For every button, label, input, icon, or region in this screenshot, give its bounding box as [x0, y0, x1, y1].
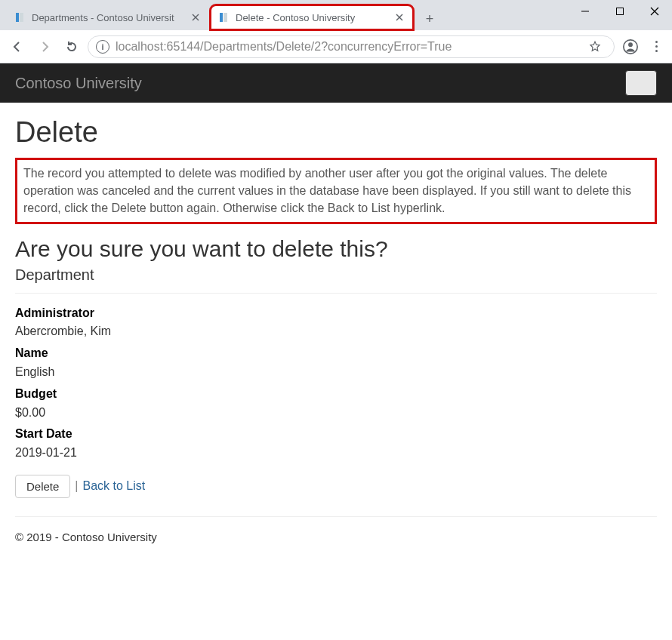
details-list: Administrator Abercrombie, Kim Name Engl…: [15, 304, 657, 463]
concurrency-error-message: The record you attempted to delete was m…: [15, 158, 657, 224]
maximize-button[interactable]: [603, 0, 637, 23]
window-controls: [568, 0, 672, 23]
separator: |: [75, 479, 78, 493]
bookmark-icon[interactable]: [584, 35, 606, 58]
svg-rect-1: [20, 13, 23, 22]
name-label: Name: [15, 344, 657, 363]
startdate-label: Start Date: [15, 425, 657, 444]
confirm-heading: Are you sure you want to delete this?: [15, 236, 657, 262]
footer-text: © 2019 - Contoso University: [15, 531, 657, 543]
startdate-value: 2019-01-21: [15, 444, 657, 463]
reload-button[interactable]: [60, 35, 83, 58]
forward-button[interactable]: [33, 35, 56, 58]
delete-button[interactable]: Delete: [15, 475, 70, 498]
minimize-button[interactable]: [568, 0, 603, 23]
tab-title: Delete - Contoso University: [236, 12, 393, 23]
name-value: English: [15, 363, 657, 382]
url-input[interactable]: [116, 40, 578, 54]
svg-rect-5: [223, 13, 227, 22]
budget-label: Budget: [15, 385, 657, 404]
svg-point-13: [628, 42, 633, 47]
site-info-icon[interactable]: i: [96, 40, 109, 54]
back-button[interactable]: [6, 35, 29, 58]
brand-link[interactable]: Contoso University: [15, 75, 142, 92]
close-icon[interactable]: [393, 11, 406, 24]
actions-row: Delete | Back to List: [15, 475, 657, 498]
divider: [15, 293, 657, 294]
back-to-list-link[interactable]: Back to List: [83, 479, 146, 493]
entity-heading: Department: [15, 266, 657, 284]
menu-icon[interactable]: [646, 41, 666, 52]
svg-rect-0: [16, 13, 19, 22]
tabs-row: Departments - Contoso Universit Delete -…: [6, 3, 441, 30]
close-window-button[interactable]: [637, 0, 672, 23]
new-tab-button[interactable]: +: [418, 8, 441, 30]
page-content: Delete The record you attempted to delet…: [0, 103, 672, 558]
nav-toggle-button[interactable]: [625, 70, 657, 96]
browser-titlebar: Departments - Contoso Universit Delete -…: [0, 0, 672, 30]
site-navbar: Contoso University: [0, 63, 672, 103]
tab-departments[interactable]: Departments - Contoso Universit: [6, 5, 210, 30]
tab-delete-active[interactable]: Delete - Contoso University: [210, 5, 414, 30]
administrator-value: Abercrombie, Kim: [15, 322, 657, 341]
profile-icon[interactable]: [619, 35, 642, 58]
close-icon[interactable]: [189, 11, 202, 24]
page-title: Delete: [15, 116, 657, 149]
svg-rect-9: [617, 8, 624, 15]
address-bar[interactable]: i: [88, 35, 615, 58]
divider: [15, 516, 657, 517]
tab-title: Departments - Contoso Universit: [32, 12, 189, 23]
administrator-label: Administrator: [15, 304, 657, 323]
svg-rect-4: [220, 13, 223, 22]
page-icon: [14, 11, 26, 23]
browser-toolbar: i: [0, 30, 672, 63]
page-icon: [217, 11, 230, 23]
budget-value: $0.00: [15, 404, 657, 423]
